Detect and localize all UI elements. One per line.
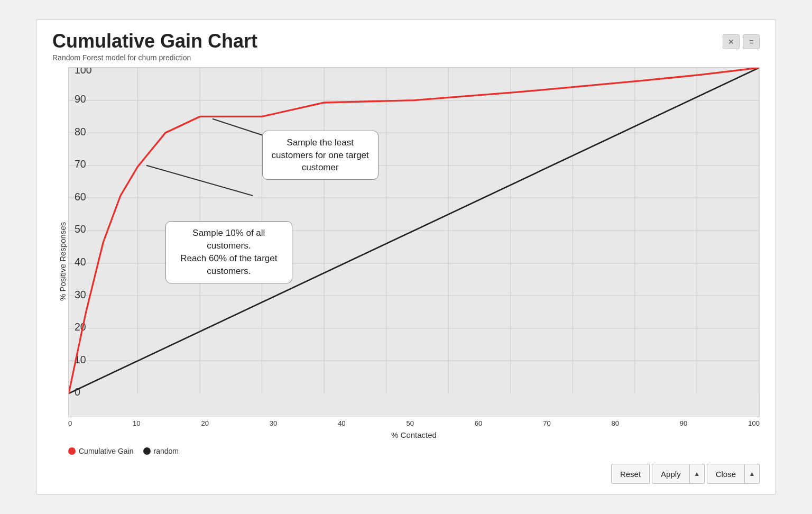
tooltip-least-customers: Sample the least customers for one targe… [262,131,379,180]
legend-item-random: random [143,447,179,455]
close-icon-button[interactable]: ✕ [723,34,740,49]
title-bar: Cumulative Gain Chart Random Forest mode… [52,30,760,62]
random-dot [143,447,151,455]
legend: Cumulative Gain random [68,447,760,455]
x-tick-90: 90 [680,419,687,427]
x-tick-80: 80 [612,419,619,427]
x-axis-label: % Contacted [68,430,760,439]
bottom-bar: Reset Apply ▲ Close ▲ [52,464,760,484]
svg-text:90: 90 [75,93,86,105]
svg-text:100: 100 [75,68,92,76]
reset-btn-group: Reset [611,464,650,484]
apply-btn-group: Apply ▲ [652,464,705,484]
close-dropdown-arrow[interactable]: ▲ [745,464,760,484]
legend-item-cumulative: Cumulative Gain [68,447,134,455]
x-tick-10: 10 [133,419,140,427]
svg-text:30: 30 [75,289,86,300]
x-tick-40: 40 [338,419,345,427]
tooltip-sample-10: Sample 10% of all customers.Reach 60% of… [165,221,292,283]
chart-subtitle: Random Forest model for churn prediction [52,53,257,62]
reset-button[interactable]: Reset [611,464,650,484]
x-tick-30: 30 [270,419,277,427]
x-tick-50: 50 [406,419,413,427]
svg-text:70: 70 [75,158,86,170]
tooltip2-text: Sample 10% of all customers.Reach 60% of… [180,228,277,276]
tooltip1-text: Sample the least customers for one targe… [272,137,369,173]
chart-container: 0 10 20 30 40 50 60 70 80 90 100 [68,67,760,455]
svg-text:80: 80 [75,126,86,137]
x-tick-70: 70 [543,419,550,427]
close-button[interactable]: Close [707,464,745,484]
x-tick-20: 20 [201,419,208,427]
window-controls: ✕ ≡ [723,34,760,49]
svg-text:60: 60 [75,191,86,203]
chart-area: % Positive Responses [52,67,760,455]
apply-button[interactable]: Apply [652,464,690,484]
apply-dropdown-arrow[interactable]: ▲ [690,464,705,484]
menu-icon-button[interactable]: ≡ [743,34,760,49]
cumulative-gain-dot [68,447,76,455]
x-axis-ticks: 0 10 20 30 40 50 60 70 80 90 100 [68,417,760,427]
plot-area: 0 10 20 30 40 50 60 70 80 90 100 [68,67,760,417]
x-tick-60: 60 [475,419,482,427]
x-tick-0: 0 [68,419,72,427]
cumulative-gain-label: Cumulative Gain [79,447,134,455]
close-btn-group: Close ▲ [707,464,760,484]
chart-title: Cumulative Gain Chart [52,30,257,52]
x-tick-100: 100 [748,419,760,427]
y-axis-label: % Positive Responses [52,67,68,455]
svg-text:40: 40 [75,256,86,268]
svg-text:50: 50 [75,223,86,235]
random-label: random [154,447,179,455]
title-group: Cumulative Gain Chart Random Forest mode… [52,30,257,62]
main-window: Cumulative Gain Chart Random Forest mode… [36,19,776,495]
